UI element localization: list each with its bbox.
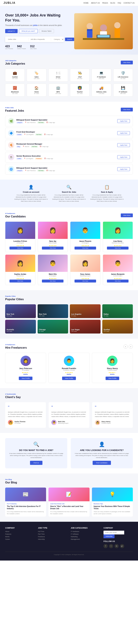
apply-button-1[interactable]: Apply Now [117, 119, 130, 123]
footer-link-marketing[interactable]: Marketing [71, 536, 100, 538]
linkedin-icon[interactable]: in [114, 544, 119, 548]
quote-icon-3: " [95, 405, 130, 410]
view-candidate-3-button[interactable]: View Now [75, 246, 96, 250]
city-name-8: Syothai [104, 329, 110, 330]
apply-button-2[interactable]: Apply Now [117, 131, 130, 135]
footer-link-management[interactable]: Management [71, 538, 100, 540]
featured-jobs-pre: 9 New Jobs [5, 107, 24, 108]
twitter-icon[interactable]: t [109, 544, 113, 548]
city-bg-3: Los Angeles 97 Jobs [70, 304, 101, 318]
city-8[interactable]: Syothai 211 Jobs [102, 320, 133, 334]
testimonials-title: Client's Say [5, 396, 21, 399]
footer-link-ithardware[interactable]: IT Hardware [71, 531, 100, 532]
city-2[interactable]: New York 126 Jobs [38, 304, 68, 318]
footer-link-internship[interactable]: Internship [38, 538, 67, 540]
view-candidate-4-button[interactable]: View Now [107, 246, 128, 250]
city-7[interactable]: Las Vegas 134 Jobs [70, 320, 101, 334]
view-profile-1-button[interactable]: View Profile [19, 376, 32, 380]
hire-candidate-7-button[interactable]: Hire Now [75, 280, 96, 282]
nav-home[interactable]: HOME [83, 2, 89, 4]
category-home[interactable]: 🏠 Home 87 Jobs [27, 84, 46, 96]
categories-view-more-button[interactable]: View More [121, 60, 133, 64]
driver-name: Driver [50, 76, 66, 78]
city-5[interactable]: Australia 102 Jobs [5, 320, 36, 334]
category-cashier[interactable]: 💼 Cashier 243 Jobs [5, 69, 25, 82]
search-category-select[interactable]: Category [52, 38, 64, 41]
nav-pages[interactable]: PAGES [102, 2, 108, 4]
view-candidate-1-button[interactable]: View Now [10, 246, 31, 250]
view-candidate-2-button[interactable]: View Now [42, 246, 63, 250]
search-keyword-input[interactable] [30, 38, 51, 41]
city-3[interactable]: Los Angeles 97 Jobs [70, 304, 101, 318]
category-bpo[interactable]: 🏢 BPO 134 Jobs [48, 84, 68, 96]
googleplus-icon[interactable]: g+ [120, 544, 124, 548]
footer-link-about[interactable]: About [5, 531, 35, 532]
footer-link-fulltime[interactable]: Full Time [38, 531, 67, 532]
footer-link-career[interactable]: Career [5, 538, 35, 540]
category-life-insurance[interactable]: 🛡️ Life Insurance 63 Jobs [113, 69, 133, 82]
find-us-button[interactable]: Find Us [30, 461, 42, 465]
find-candidates-button[interactable]: Find Candidates [93, 461, 111, 465]
category-teacher[interactable]: 👩‍🏫 Teacher 211 Jobs [70, 84, 90, 96]
search-location-input[interactable] [7, 38, 28, 41]
nav-contact[interactable]: CONTACT US [123, 2, 134, 4]
nav-blog[interactable]: BLOG [110, 2, 115, 4]
blog-post-3[interactable]: 💡 Business Tips Improve Your Business Wi… [92, 488, 133, 516]
candidate-name-6: Mark Otis [39, 273, 66, 275]
apply-button-4[interactable]: Apply Now [117, 155, 130, 159]
view-profile-3-button[interactable]: View Profile [106, 376, 119, 380]
city-6[interactable]: Chicago 87 Jobs [38, 320, 68, 334]
candidates-view-more-button[interactable]: View More [121, 214, 133, 217]
candidate-img-3: 👨 [70, 222, 100, 239]
blog-post-2[interactable]: 📝 Land Your Dream Job How to "Hire" a Re… [48, 488, 89, 516]
cities-title: Popular Cities [5, 298, 24, 301]
hire-candidate-5-button[interactable]: Hire Now [10, 280, 31, 282]
nav-about[interactable]: ABOUT US [91, 2, 100, 4]
nav-faq[interactable]: FAQ [118, 2, 121, 4]
category-sales[interactable]: 🏷️ Sales 126 Jobs [27, 69, 46, 82]
candidate-name-8: James Benjamin [104, 273, 131, 275]
freelancer-rate-2: $30/hr [51, 374, 86, 375]
apply-button-5[interactable]: Apply Now [117, 167, 130, 171]
category-blacktown[interactable]: 🧱 Blacktown 102 Jobs [5, 84, 25, 96]
newsletter-email-input[interactable] [103, 531, 124, 534]
view-profile-2-button[interactable]: View Profile [62, 376, 76, 380]
candidate-5: 👩 Sophia Jordan Researcher ★★★★★ Hire No… [5, 254, 35, 285]
apply-button-3[interactable]: Apply Now [117, 143, 130, 147]
hire-candidate-6-button[interactable]: Hire Now [42, 280, 63, 282]
city-name-3: Los Angeles [71, 313, 81, 315]
footer-link-features[interactable]: Features [5, 533, 35, 535]
category-it-hardware[interactable]: 💻 IT Hardware 156 Jobs [92, 69, 111, 82]
footer-link-works[interactable]: Works [5, 536, 35, 538]
city-4[interactable]: Dallas 84 Jobs [102, 304, 133, 318]
find-talent-button[interactable]: Browse Talent [39, 29, 54, 33]
post-job-button[interactable]: What job you want? [19, 29, 38, 33]
category-chef[interactable]: 👨‍🍳 Chef 84 Jobs [70, 69, 90, 82]
footer-job-type-title: JOB TYPE [38, 527, 67, 529]
categories-pre-title: Job Categories [5, 60, 25, 62]
category-delivery[interactable]: 🚚 Delivery Jobs 178 Jobs [92, 84, 111, 96]
footer-social: f t in g+ [103, 544, 133, 548]
newsletter-subscribe-button[interactable]: Subscribe [103, 534, 114, 538]
footer-link-itsoftware[interactable]: IT Software [71, 533, 100, 535]
footer-link-freelance[interactable]: Freelance [38, 536, 67, 538]
candidate-img-2: 👩 [38, 222, 68, 239]
stat-label-1: Live Preview [5, 48, 13, 50]
hire-candidate-8-button[interactable]: Hire Now [107, 280, 128, 282]
category-driver[interactable]: 🍽️ Driver 97 Jobs [48, 69, 68, 82]
blog-post-1[interactable]: 📰 For IT Industry The Top 5 Job Intervie… [5, 488, 46, 516]
freelancer-rate-1: $25/hr [8, 374, 43, 375]
carousel-next-button[interactable]: › [129, 344, 133, 348]
facebook-icon[interactable]: f [103, 544, 108, 548]
cta-candidate: 👤 ARE YOU LOOKING FOR A CANDIDATE? It ha… [71, 438, 133, 468]
featured-jobs-view-more-button[interactable]: View More [121, 108, 133, 112]
bpo-count: 134 Jobs [50, 93, 66, 94]
nav-logo[interactable]: JUBLIA [4, 1, 16, 4]
category-it-software[interactable]: 💾 IT Software 289 Jobs [113, 84, 133, 96]
footer-link-parttime[interactable]: Part Time [38, 533, 67, 535]
upload-cv-button[interactable]: Upload CV [5, 29, 18, 33]
candidate-img-5: 👩 [5, 255, 35, 272]
job-meta-3: Blog 📍 Manset Full Time ⏰ 2 days ago [16, 146, 117, 148]
carousel-prev-button[interactable]: ‹ [123, 344, 128, 348]
city-1[interactable]: New York 243 Jobs [5, 304, 36, 318]
